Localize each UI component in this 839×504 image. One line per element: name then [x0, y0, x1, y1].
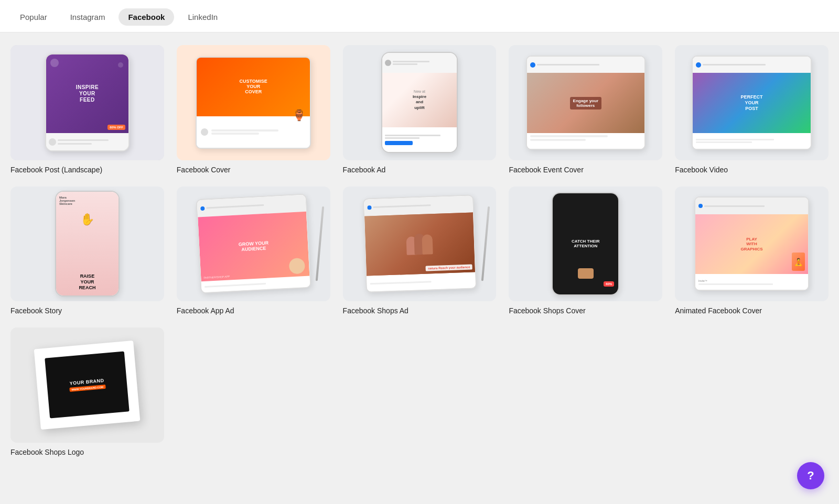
inspire-uplift-wrap: New at Inspireanduplift [413, 90, 426, 111]
phone-bottom-bar [46, 133, 128, 150]
v-line1 [696, 139, 774, 140]
inspire-text: INSPIREYOURFEED [76, 84, 99, 103]
card-fb-story[interactable]: ✋ MaraJorgensenSkincare RAISEYOURREACH F… [10, 187, 164, 315]
anim-fb-tablet: PLAYWITHGRAPHICS 🧘 Invite™ [694, 196, 810, 291]
card-label-fb-shops-cover: Facebook Shops Cover [509, 306, 662, 315]
fb-ad-top-bar [382, 53, 457, 73]
thumb-visual-fb-post: INSPIREYOURFEED 60% OFF [10, 45, 164, 160]
stylus-pen-shops [481, 206, 490, 281]
phone-mockup: INSPIREYOURFEED 60% OFF [45, 53, 130, 151]
logo-card-mock: YOUR BRAND WWW.YOURBRAND.COM [34, 341, 141, 430]
thumbnail-anim-fb-cover[interactable]: PLAYWITHGRAPHICS 🧘 Invite™ [675, 187, 829, 302]
event-bottom [527, 133, 644, 150]
card-label-fb-video: Facebook Video [675, 166, 829, 174]
card-label-fb-app-ad: Facebook App Ad [177, 306, 330, 315]
catch-attention-inner: CATCH THEIRATTENTION 60% [553, 193, 618, 295]
line1 [58, 139, 109, 141]
help-button[interactable]: ? [797, 462, 824, 489]
person3 [422, 234, 433, 255]
shops-ad-image: natura Reach your audience [364, 212, 475, 276]
event-top-lines [537, 64, 641, 65]
inspire-badge: 60% OFF [107, 125, 125, 130]
thumbnail-fb-ad[interactable]: New at Inspireanduplift [343, 45, 497, 160]
engage-followers-text: Engage yourfollowers [570, 97, 601, 109]
thumbnail-fb-shops-logo[interactable]: YOUR BRAND WWW.YOURBRAND.COM [10, 327, 164, 443]
text-lines [58, 139, 126, 145]
thumb-visual-fb-video: PERFECTYOURPOST [675, 45, 829, 160]
thumbnail-fb-shops-cover[interactable]: CATCH THEIRATTENTION 60% [509, 187, 662, 302]
catch-badge: 60% [604, 281, 614, 287]
tab-instagram[interactable]: Instagram [61, 8, 115, 26]
tab-linkedin[interactable]: LinkedIn [178, 8, 227, 26]
app-b-line [205, 283, 266, 288]
ad-bottom-line1 [385, 135, 440, 136]
video-line [703, 64, 766, 65]
video-top-bar [693, 57, 810, 73]
app-person-img [288, 258, 305, 275]
card-fb-post-landscape[interactable]: INSPIREYOURFEED 60% OFF [10, 45, 164, 174]
card-fb-shops-cover[interactable]: CATCH THEIRATTENTION 60% Facebook Shops … [509, 187, 662, 315]
catch-text: CATCH THEIRATTENTION [572, 239, 600, 249]
card-fb-ad[interactable]: New at Inspireanduplift Facebook Ad [343, 45, 497, 174]
fb-icon-video [696, 62, 701, 68]
inspire-uplift-text: Inspireanduplift [413, 94, 426, 111]
fb-ad-text [393, 61, 454, 65]
women-silhouettes [406, 233, 433, 255]
fb-ad-image: New at Inspireanduplift [382, 73, 457, 127]
anim-b-line [698, 283, 773, 285]
video-image: PERFECTYOURPOST [693, 73, 810, 133]
ad-line2 [393, 63, 417, 65]
thumbnail-fb-shops-ad[interactable]: natura Reach your audience [343, 187, 497, 302]
video-bottom [693, 133, 810, 149]
card-label-fb-event: Facebook Event Cover [509, 166, 662, 174]
anim-tag: Invite™ [698, 279, 805, 282]
fb-ad-phone-mock: New at Inspireanduplift [381, 52, 458, 153]
event-b-line2 [530, 139, 586, 141]
grow-audience-text: Grow youraudience [238, 240, 268, 253]
card-fb-app-ad[interactable]: Grow youraudience PARTNER/SHOP APP Faceb… [177, 187, 330, 315]
mara-text: MaraJorgensenSkincare [59, 196, 75, 205]
play-graphics-text: PLAYWITHGRAPHICS [740, 237, 762, 252]
thumb-visual-fb-event: Engage yourfollowers [509, 45, 662, 160]
tab-popular[interactable]: Popular [10, 8, 57, 26]
cover-decor: 🏺 [293, 109, 306, 122]
story-inner: ✋ MaraJorgensenSkincare RAISEYOURREACH [56, 192, 119, 295]
cover-line1 [211, 129, 278, 132]
thumbnail-fb-video[interactable]: PERFECTYOURPOST [675, 45, 829, 160]
thumbnail-fb-cover[interactable]: CUSTOMISEYOURCOVER 🏺 [177, 45, 330, 160]
tab-bar: Popular Instagram Facebook LinkedIn [0, 0, 839, 32]
women-img: natura Reach your audience [364, 212, 475, 276]
tablet-screen: CUSTOMISEYOURCOVER 🏺 [197, 58, 310, 148]
tablet-mockup: CUSTOMISEYOURCOVER 🏺 [196, 57, 311, 149]
anim-fb-bottom: Invite™ [695, 274, 809, 290]
tab-facebook[interactable]: Facebook [119, 8, 174, 26]
card-fb-shops-ad[interactable]: natura Reach your audience Facebook Shop… [343, 187, 497, 315]
thumbnail-fb-event[interactable]: Engage yourfollowers [509, 45, 662, 160]
thumbnail-fb-app-ad[interactable]: Grow youraudience PARTNER/SHOP APP [177, 187, 330, 302]
event-top-bar [527, 57, 644, 73]
card-fb-event-cover[interactable]: Engage yourfollowers Facebook Event Cove… [509, 45, 662, 174]
thumb-visual-anim-fb: PLAYWITHGRAPHICS 🧘 Invite™ [675, 187, 829, 302]
card-label-fb-ad: Facebook Ad [343, 166, 497, 174]
hand-img [578, 268, 594, 279]
card-anim-fb-cover[interactable]: PLAYWITHGRAPHICS 🧘 Invite™ Animated Face… [675, 187, 829, 315]
logo-inner: YOUR BRAND WWW.YOURBRAND.COM [45, 352, 130, 419]
card-label-fb-post: Facebook Post (Landscape) [10, 166, 164, 174]
thumb-visual-fb-shops-ad: natura Reach your audience [343, 187, 497, 302]
content-area: INSPIREYOURFEED 60% OFF [0, 32, 839, 469]
card-label-fb-cover: Facebook Cover [177, 166, 330, 174]
card-fb-shops-logo[interactable]: YOUR BRAND WWW.YOURBRAND.COM Facebook Sh… [10, 327, 164, 456]
fb-event-tablet: Engage yourfollowers [526, 56, 646, 150]
card-label-fb-shops-logo: Facebook Shops Logo [10, 448, 164, 456]
fb-cover-avatar [200, 127, 209, 137]
fb-ad-avatar [385, 60, 391, 66]
thumbnail-fb-post[interactable]: INSPIREYOURFEED 60% OFF [10, 45, 164, 160]
anim-top-lines [704, 205, 805, 207]
person-graphic: 🧘 [792, 253, 805, 271]
fb-video-tablet: PERFECTYOURPOST [692, 56, 811, 150]
thumbnail-fb-story[interactable]: ✋ MaraJorgensenSkincare RAISEYOURREACH [10, 187, 164, 302]
thumb-visual-fb-shops-cover: CATCH THEIRATTENTION 60% [509, 187, 662, 302]
card-fb-cover[interactable]: CUSTOMISEYOURCOVER 🏺 [177, 45, 330, 174]
card-fb-video[interactable]: PERFECTYOURPOST Facebook Video [675, 45, 829, 174]
fb-cover-image: CUSTOMISEYOURCOVER 🏺 [197, 58, 310, 116]
